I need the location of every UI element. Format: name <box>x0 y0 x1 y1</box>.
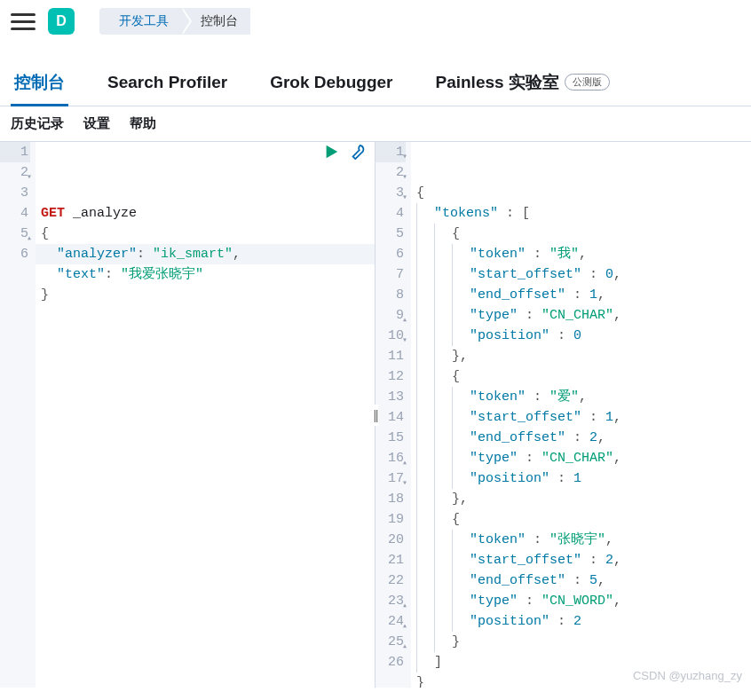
gutter-line: 7 <box>376 264 406 285</box>
gutter-line: 4 <box>376 203 406 224</box>
response-pane: 1▾2▾3▾456789▴10▾111213141516▴17▾18192021… <box>376 142 751 688</box>
gutter-line: 21 <box>376 550 406 570</box>
code-line: "token" : "爱", <box>416 387 746 407</box>
code-line: { <box>416 509 746 530</box>
code-line: "end_offset" : 2, <box>416 428 746 448</box>
tab-painless-label: Painless 实验室 <box>435 71 558 94</box>
run-icon[interactable] <box>323 144 341 161</box>
code-line: } <box>416 632 746 652</box>
gutter-line: 18 <box>376 489 406 509</box>
request-gutter: 12▾345▴6 <box>0 142 36 688</box>
gutter-line: 1 <box>0 142 30 162</box>
gutter-line: 4 <box>0 203 30 224</box>
breadcrumb: 开发工具 控制台 <box>99 8 250 35</box>
code-line: "analyzer": "ik_smart", <box>41 244 369 264</box>
tab-search-profiler[interactable]: Search Profiler <box>104 59 231 106</box>
split-handle-icon[interactable]: ‖ <box>373 405 379 426</box>
gutter-line: 17▾ <box>376 468 406 489</box>
code-line: "end_offset" : 5, <box>416 570 746 591</box>
request-editor[interactable]: 12▾345▴6 GET _analyze{ "analyzer": "ik_s… <box>0 142 375 688</box>
menu-icon[interactable] <box>11 9 36 34</box>
code-line: { <box>416 366 746 387</box>
tab-painless-lab[interactable]: Painless 实验室 公测版 <box>431 59 613 106</box>
gutter-line: 5 <box>376 224 406 244</box>
code-line: "start_offset" : 2, <box>416 550 746 570</box>
code-line: } <box>41 285 369 305</box>
gutter-line: 8 <box>376 285 406 305</box>
gutter-line: 20 <box>376 530 406 550</box>
subtab-help[interactable]: 帮助 <box>130 115 156 132</box>
subtab-settings[interactable]: 设置 <box>83 115 110 132</box>
gutter-line: 5▴ <box>0 224 30 244</box>
wrench-icon[interactable] <box>350 144 368 161</box>
code-line: { <box>41 224 369 244</box>
code-line: "position" : 2 <box>416 611 746 632</box>
code-line: { <box>416 224 746 244</box>
code-line: "type" : "CN_CHAR", <box>416 305 746 326</box>
code-line: "start_offset" : 0, <box>416 264 746 285</box>
code-line: ] <box>416 652 746 672</box>
editor-split: 12▾345▴6 GET _analyze{ "analyzer": "ik_s… <box>0 142 751 688</box>
gutter-line: 25▴ <box>376 632 406 652</box>
request-pane: 12▾345▴6 GET _analyze{ "analyzer": "ik_s… <box>0 142 376 688</box>
code-line: "position" : 1 <box>416 468 746 489</box>
gutter-line: 23▴ <box>376 591 406 611</box>
response-gutter: 1▾2▾3▾456789▴10▾111213141516▴17▾18192021… <box>376 142 411 688</box>
gutter-line: 16▴ <box>376 448 406 468</box>
breadcrumb-dev-tools[interactable]: 开发工具 <box>99 8 181 35</box>
beta-badge: 公测版 <box>565 74 610 90</box>
gutter-line: 14 <box>376 407 406 428</box>
tab-grok-debugger[interactable]: Grok Debugger <box>266 59 396 106</box>
space-badge[interactable]: D <box>48 8 75 35</box>
gutter-line: 2▾ <box>0 162 30 183</box>
code-line: { <box>416 183 746 203</box>
code-line <box>41 305 369 326</box>
gutter-line: 6 <box>0 244 30 264</box>
code-line: "token" : "张晓宇", <box>416 530 746 550</box>
gutter-line: 9▴ <box>376 305 406 326</box>
gutter-line: 24▴ <box>376 611 406 632</box>
gutter-line: 12 <box>376 366 406 387</box>
console-subbar: 历史记录 设置 帮助 <box>0 106 751 142</box>
code-line: }, <box>416 346 746 366</box>
code-line: }, <box>416 489 746 509</box>
gutter-line: 15 <box>376 428 406 448</box>
code-line: "position" : 0 <box>416 326 746 346</box>
gutter-line: 19 <box>376 509 406 530</box>
gutter-line: 3 <box>0 183 30 203</box>
gutter-line: 1▾ <box>376 142 406 162</box>
gutter-line: 22 <box>376 570 406 591</box>
gutter-line: 6 <box>376 244 406 264</box>
gutter-line: 2▾ <box>376 162 406 183</box>
gutter-line: 26 <box>376 652 406 672</box>
gutter-line: 13 <box>376 387 406 407</box>
code-line: "type" : "CN_CHAR", <box>416 448 746 468</box>
request-actions <box>323 144 368 161</box>
gutter-line: 3▾ <box>376 183 406 203</box>
code-line: "type" : "CN_WORD", <box>416 591 746 611</box>
gutter-line: 11 <box>376 346 406 366</box>
request-code[interactable]: GET _analyze{ "analyzer": "ik_smart", "t… <box>36 142 375 688</box>
subtab-history[interactable]: 历史记录 <box>11 115 64 132</box>
code-line: "token" : "我", <box>416 244 746 264</box>
code-line: "start_offset" : 1, <box>416 407 746 428</box>
code-line: } <box>416 672 746 688</box>
code-line: GET _analyze <box>41 203 369 224</box>
code-line: "text": "我爱张晓宇" <box>41 264 369 285</box>
main-tabs: 控制台 Search Profiler Grok Debugger Painle… <box>0 59 751 106</box>
tab-console[interactable]: 控制台 <box>11 59 68 106</box>
gutter-line: 10▾ <box>376 326 406 346</box>
code-line: "tokens" : [ <box>416 203 746 224</box>
response-editor: 1▾2▾3▾456789▴10▾111213141516▴17▾18192021… <box>376 142 751 688</box>
response-code: {"tokens" : [{"token" : "我","start_offse… <box>411 142 751 688</box>
code-line: "end_offset" : 1, <box>416 285 746 305</box>
topbar: D 开发工具 控制台 <box>0 0 751 43</box>
